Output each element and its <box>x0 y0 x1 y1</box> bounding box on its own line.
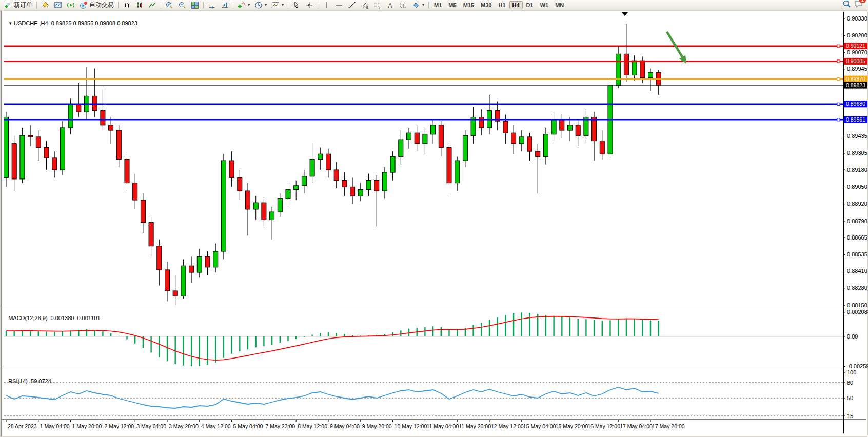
candlestick-series[interactable] <box>4 24 661 305</box>
new-order-button[interactable]: 新订单 <box>2 0 34 10</box>
zoom-out-button[interactable] <box>176 0 188 10</box>
notifications-button[interactable]: 1 <box>854 0 863 10</box>
svg-text:15: 15 <box>847 413 853 419</box>
svg-text:11 May 04:00: 11 May 04:00 <box>426 423 459 429</box>
notification-badge: 1 <box>859 0 866 3</box>
hline-support-0.89680[interactable] <box>4 103 843 105</box>
svg-text:15 May 20:00: 15 May 20:00 <box>556 423 588 429</box>
template-icon <box>271 1 280 9</box>
crosshair-button[interactable] <box>303 0 315 10</box>
shapes-button[interactable]: ▾ <box>410 0 426 10</box>
auto-scroll-icon <box>208 1 216 9</box>
text-label-icon: T <box>399 1 407 9</box>
timeframe-d1-button[interactable]: D1 <box>523 1 537 9</box>
chart-canvas[interactable]: 0.903300.902000.900700.899450.894350.893… <box>0 0 868 437</box>
search-icon[interactable] <box>842 0 851 10</box>
rsi-name: RSI(14) <box>8 378 28 384</box>
separator <box>318 2 318 9</box>
macd-name: MACD(12,26,9) <box>8 315 47 321</box>
auto-scroll-button[interactable] <box>206 0 218 10</box>
timeframe-w1-button[interactable]: W1 <box>537 1 552 9</box>
svg-text:E: E <box>366 5 369 9</box>
chart-profile-icon <box>54 1 62 9</box>
zoom-in-button[interactable] <box>163 0 175 10</box>
hline-pivot-0.89870[interactable] <box>4 78 843 81</box>
svg-text:0.89823: 0.89823 <box>846 82 865 88</box>
price-badge-0.89823: 0.89823 <box>844 82 867 89</box>
indicators-button[interactable]: ▾ <box>235 0 252 10</box>
hline-support-0.89561[interactable] <box>4 118 843 121</box>
svg-text:3 May 04:00: 3 May 04:00 <box>136 423 166 429</box>
horizontal-line-icon <box>335 1 343 9</box>
dropdown-caret-icon: ▾ <box>248 3 250 7</box>
trendline-icon <box>348 1 356 9</box>
timeframe-m30-button[interactable]: M30 <box>478 1 495 9</box>
svg-text:12 May 12:00: 12 May 12:00 <box>491 423 524 429</box>
fibonacci-icon: F <box>373 1 382 9</box>
crosshair-icon <box>305 1 313 9</box>
chart-dropdown-icon[interactable]: ▼ <box>8 21 12 26</box>
shapes-icon <box>412 1 420 9</box>
horizontal-line-button[interactable] <box>333 0 345 10</box>
vertical-line-button[interactable] <box>320 0 332 10</box>
hline-resistance-0.90005[interactable] <box>4 60 843 63</box>
periods-button[interactable]: ▾ <box>252 0 269 10</box>
timeframe-m5-button[interactable]: M5 <box>445 1 459 9</box>
time-axis[interactable]: 28 Apr 20231 May 04:001 May 20:002 May 1… <box>6 420 685 429</box>
line-chart-button[interactable] <box>146 0 159 10</box>
tile-windows-button[interactable] <box>189 0 201 10</box>
equidistant-channel-button[interactable]: E <box>359 0 371 10</box>
indicators-icon <box>238 1 246 9</box>
svg-text:10 May 12:00: 10 May 12:00 <box>394 423 427 429</box>
price-badge-0.90005: 0.90005 <box>844 58 867 65</box>
svg-text:T: T <box>402 3 405 8</box>
svg-text:28 Apr 2023: 28 Apr 2023 <box>8 423 37 429</box>
text-label-button[interactable]: T <box>397 0 409 10</box>
macd-signal-value: 0.001101 <box>77 315 100 321</box>
svg-text:3 May 20:00: 3 May 20:00 <box>169 423 199 429</box>
svg-text:16 May 12:00: 16 May 12:00 <box>587 423 620 429</box>
fibonacci-button[interactable]: F <box>371 0 384 10</box>
candlestick-chart-button[interactable] <box>133 0 146 10</box>
rsi-indicator-label: RSI(14)59.0724 <box>5 372 51 384</box>
svg-text:0.90070: 0.90070 <box>847 49 867 55</box>
channel-icon: E <box>361 1 369 9</box>
svg-text:9 May 04:00: 9 May 04:00 <box>330 423 360 429</box>
timeframe-h4-button[interactable]: H4 <box>509 1 523 9</box>
trend-arrow-annotation[interactable] <box>667 32 686 64</box>
timeframe-m15-button[interactable]: M15 <box>460 1 477 9</box>
svg-text:0.90330: 0.90330 <box>847 15 867 22</box>
hline-resistance-0.90121[interactable] <box>4 45 843 47</box>
svg-text:0.89050: 0.89050 <box>847 184 867 190</box>
macd-axis: 0.0020880.00-0.002597 <box>843 309 868 369</box>
svg-text:2 May 12:00: 2 May 12:00 <box>104 423 134 429</box>
price-badge-0.90121: 0.90121 <box>844 43 867 49</box>
bar-chart-button[interactable] <box>121 0 133 10</box>
svg-text:0.88665: 0.88665 <box>847 234 867 241</box>
timeframe-h1-button[interactable]: H1 <box>495 1 508 9</box>
cursor-button[interactable] <box>290 0 303 10</box>
timeframe-m1-button[interactable]: M1 <box>431 1 445 9</box>
svg-text:0.90121: 0.90121 <box>846 43 865 49</box>
trendline-button[interactable] <box>346 0 358 10</box>
zoom-out-icon <box>178 1 186 9</box>
chart-shift-button[interactable] <box>219 0 231 10</box>
separator <box>118 2 119 9</box>
profiles-button[interactable] <box>52 0 64 10</box>
timeframe-mn-button[interactable]: MN <box>552 1 567 9</box>
autotrading-button[interactable]: 自动交易 <box>77 0 116 10</box>
svg-text:0.00: 0.00 <box>847 333 858 340</box>
object-anchor-marker[interactable] <box>622 12 628 16</box>
macd-indicator-label: MACD(12,26,9)0.0013800.001101 <box>5 309 101 321</box>
templates-button[interactable]: ▾ <box>269 0 286 10</box>
svg-text:8 May 12:00: 8 May 12:00 <box>298 423 327 429</box>
svg-text:50: 50 <box>847 395 853 401</box>
new-order-label: 新订单 <box>14 1 32 9</box>
zoom-in-icon <box>165 1 173 9</box>
signals-button[interactable] <box>65 0 77 10</box>
separator <box>161 2 161 9</box>
dropdown-caret-icon: ▾ <box>265 3 267 7</box>
text-button[interactable]: A <box>384 0 397 10</box>
styles-button[interactable] <box>39 0 51 10</box>
paint-bucket-icon <box>41 1 49 9</box>
